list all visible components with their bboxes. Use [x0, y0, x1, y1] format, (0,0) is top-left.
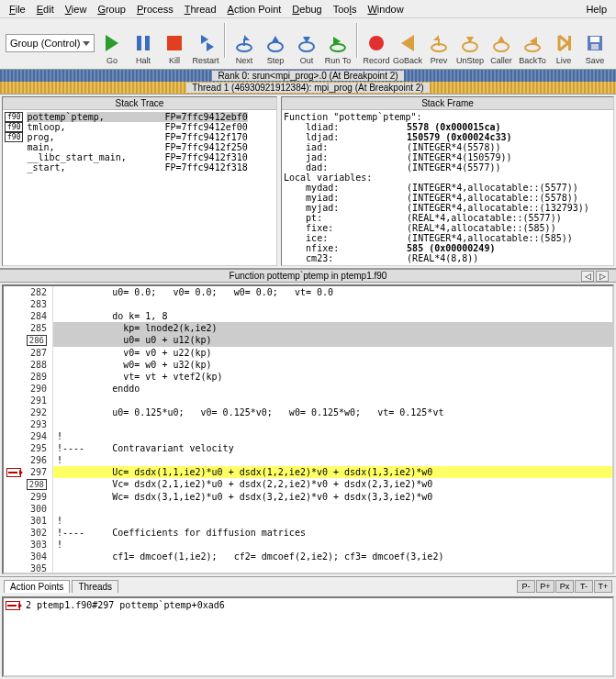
step-icon [264, 32, 286, 54]
menu-edit[interactable]: Edit [31, 2, 60, 17]
source-line[interactable]: 288 w0= w0 + u32(kp) [4, 359, 612, 371]
out-icon [296, 32, 318, 54]
restart-icon [195, 32, 217, 54]
source-line[interactable]: 305 [4, 562, 612, 574]
action-points-view[interactable]: 2 ptemp1.f90#297 pottemp`ptemp+0xad6 [2, 596, 614, 677]
btn-t-minus[interactable]: T- [575, 580, 593, 593]
menu-window[interactable]: Window [362, 2, 409, 17]
save-label: Save [586, 56, 605, 65]
source-line[interactable]: 296! [4, 454, 612, 466]
svg-point-5 [268, 42, 283, 51]
out-button[interactable]: Out [291, 32, 322, 65]
unstep-icon [459, 32, 481, 54]
kill-button[interactable]: Kill [159, 32, 190, 65]
source-line[interactable]: 302!---- Coefficients for diffusion matr… [4, 527, 612, 539]
svg-point-12 [494, 42, 509, 51]
source-line[interactable]: 283 [4, 298, 612, 310]
source-line[interactable]: 304 cf1= dmcoef(1,ie2); cf2= dmcoef(2,ie… [4, 551, 612, 562]
group-selector-label: Group (Control) [10, 38, 80, 49]
source-line[interactable]: 285 kp= lnode2(k,ie2) [4, 322, 612, 334]
menu-file[interactable]: File [4, 2, 31, 17]
out-label: Out [300, 56, 314, 65]
record-label: Record [363, 56, 389, 65]
source-line[interactable]: 295!---- Contravariant velocity [4, 442, 612, 454]
caller-icon [490, 32, 512, 54]
btn-t-plus[interactable]: T+ [594, 580, 612, 593]
stack-frame-title: Stack Frame [282, 97, 613, 110]
goback-icon [397, 32, 419, 54]
source-line[interactable]: 300 [4, 503, 612, 515]
menu-group[interactable]: Group [92, 2, 131, 17]
live-label: Live [556, 56, 572, 65]
source-title-bar: Function pottemp`ptemp in ptemp1.f90 ◁ ▷ [0, 269, 616, 283]
halt-button[interactable]: Halt [128, 32, 159, 65]
btn-p-plus[interactable]: P+ [536, 580, 554, 593]
restart-button[interactable]: Restart [190, 32, 221, 65]
halt-icon [132, 32, 154, 54]
nav-fwd-button[interactable]: ▷ [596, 271, 609, 282]
source-line[interactable]: 284 do k= 1, 8 [4, 310, 612, 322]
go-label: Go [106, 56, 118, 65]
stack-trace-row[interactable]: f90main,FP=7ffc9412f250 [5, 142, 274, 152]
source-view[interactable]: 282 u0= 0.0; v0= 0.0; w0= 0.0; vt= 0.028… [2, 284, 614, 574]
source-line[interactable]: 287 v0= v0 + u22(kp) [4, 347, 612, 359]
source-line[interactable]: 299 Wc= dsdx(3,1,ie2)*u0 + dsdx(3,2,ie2)… [4, 491, 612, 503]
goback-button[interactable]: GoBack [392, 32, 423, 65]
source-title: Function pottemp`ptemp in ptemp1.f90 [230, 271, 387, 281]
breakpoint-icon [6, 468, 21, 477]
stack-trace-row[interactable]: f90tmloop,FP=7ffc9412ef00 [5, 122, 274, 132]
runto-label: Run To [325, 56, 351, 65]
menu-process[interactable]: Process [131, 2, 179, 17]
next-button[interactable]: Next [229, 32, 260, 65]
stack-trace-row[interactable]: f90_start,FP=7ffc9412f318 [5, 162, 274, 173]
goback-label: GoBack [393, 56, 422, 65]
step-button[interactable]: Step [260, 32, 291, 65]
next-label: Next [236, 56, 253, 65]
record-button[interactable]: Record [361, 32, 392, 65]
btn-p-minus[interactable]: P- [517, 580, 535, 593]
stack-trace-row[interactable]: f90pottemp`ptemp,FP=7ffc9412ebf0 [5, 112, 274, 122]
source-line[interactable]: 301! [4, 515, 612, 527]
source-line[interactable]: 290 enddo [4, 383, 612, 395]
svg-rect-14 [568, 36, 571, 50]
go-button[interactable]: Go [96, 32, 128, 65]
runto-icon [327, 32, 349, 54]
group-selector[interactable]: Group (Control) [6, 34, 95, 52]
source-line[interactable]: 286 u0= u0 + u12(kp) [4, 334, 612, 347]
menu-thread[interactable]: Thread [179, 2, 222, 17]
source-line[interactable]: 289 vt= vt + vtef2(kp) [4, 371, 612, 383]
svg-point-7 [330, 44, 345, 51]
btn-px[interactable]: Px [555, 580, 574, 593]
stack-trace-row[interactable]: f90prog,FP=7ffc9412f170 [5, 132, 274, 142]
prev-button[interactable]: Prev [423, 32, 454, 65]
source-line[interactable]: 291 [4, 395, 612, 406]
source-line[interactable]: 297 Uc= dsdx(1,1,ie2)*u0 + dsdx(1,2,ie2)… [4, 466, 612, 478]
stack-trace-row[interactable]: f90__libc_start_main,FP=7ffc9412f310 [5, 152, 274, 162]
menu-tools[interactable]: Tools [328, 2, 363, 17]
unstep-button[interactable]: UnStep [454, 32, 486, 65]
nav-back-button[interactable]: ◁ [581, 271, 594, 282]
backto-label: BackTo [519, 56, 546, 65]
caller-button[interactable]: Caller [486, 32, 517, 65]
tab-action-points[interactable]: Action Points [4, 580, 70, 593]
stack-frame-body[interactable]: Function "pottemp`ptemp": ldiad:5578 (0x… [282, 110, 613, 265]
source-line[interactable]: 294! [4, 430, 612, 442]
menu-view[interactable]: View [60, 2, 93, 17]
source-line[interactable]: 293 [4, 418, 612, 430]
menu-help[interactable]: Help [580, 2, 612, 17]
tab-threads[interactable]: Threads [72, 580, 118, 593]
source-line[interactable]: 303! [4, 539, 612, 551]
source-line[interactable]: 282 u0= 0.0; v0= 0.0; w0= 0.0; vt= 0.0 [4, 286, 612, 298]
source-line[interactable]: 298 Vc= dsdx(2,1,ie2)*u0 + dsdx(2,2,ie2)… [4, 478, 612, 491]
toolbar: Group (Control) GoHaltKillRestartNextSte… [0, 18, 616, 70]
menu-action-point[interactable]: Action Point [222, 2, 287, 17]
action-point-line: 2 ptemp1.f90#297 pottemp`ptemp+0xad6 [26, 600, 225, 610]
runto-button[interactable]: Run To [322, 32, 353, 65]
menu-debug[interactable]: Debug [286, 2, 327, 17]
stack-trace-pane: Stack Trace f90pottemp`ptemp,FP=7ffc9412… [2, 96, 277, 266]
save-button[interactable]: Save [579, 32, 610, 65]
source-line[interactable]: 292 u0= 0.125*u0; v0= 0.125*v0; w0= 0.12… [4, 406, 612, 418]
backto-button[interactable]: BackTo [517, 32, 548, 65]
live-button[interactable]: Live [548, 32, 579, 65]
stack-trace-body[interactable]: f90pottemp`ptemp,FP=7ffc9412ebf0f90tmloo… [3, 110, 276, 265]
